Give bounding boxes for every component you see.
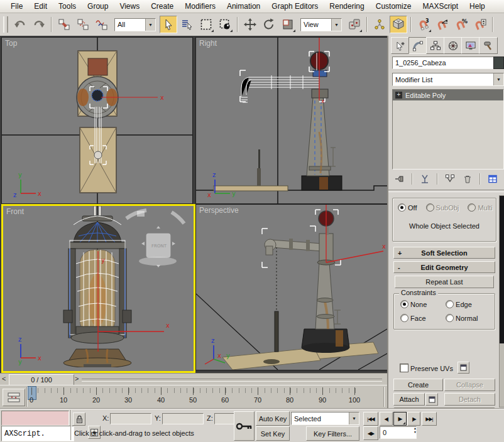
menu-modifiers[interactable]: Modifiers — [179, 1, 221, 12]
play-button[interactable]: ▶ — [393, 412, 407, 426]
previous-frame-button[interactable]: ◀| — [380, 412, 393, 426]
redo-icon[interactable] — [30, 16, 48, 33]
rollout-soft-selection[interactable]: + Soft Selection — [393, 247, 495, 259]
modifier-list-dropdown[interactable]: Modifier List ▼ — [392, 73, 504, 86]
viewport-perspective-label[interactable]: Perspective — [199, 206, 239, 215]
repeat-last-button[interactable]: Repeat Last — [395, 276, 494, 288]
spinner-snap-toggle-icon[interactable] — [471, 16, 489, 33]
configure-modifier-sets-icon[interactable] — [485, 172, 500, 186]
toolbar-grip[interactable] — [3, 16, 8, 33]
preview-subobj-radio[interactable]: SubObj — [426, 203, 459, 212]
time-slider-next-icon[interactable]: > — [75, 375, 79, 382]
tab-create[interactable] — [391, 37, 410, 54]
tab-utilities[interactable] — [479, 37, 498, 54]
preview-off-radio[interactable]: Off — [398, 203, 417, 212]
key-mode-toggle[interactable]: ◀▶ — [363, 426, 378, 440]
constraint-normal-radio[interactable]: Normal — [446, 314, 478, 322]
selection-set-arrow-icon[interactable]: ▼ — [349, 412, 359, 424]
reference-coordinate-arrow-icon[interactable]: ▼ — [331, 19, 341, 31]
select-and-move-icon[interactable] — [241, 16, 259, 33]
select-and-scale-icon[interactable] — [279, 16, 297, 33]
menu-create[interactable]: Create — [145, 1, 179, 12]
object-name-field[interactable]: 1_0256_Cabeza — [392, 57, 496, 69]
y-coord-field[interactable] — [162, 413, 204, 424]
viewport-top[interactable]: x y x z Top — [1, 37, 193, 204]
time-slider-handle[interactable]: 0 / 100 — [9, 374, 74, 385]
object-color-swatch[interactable] — [493, 57, 504, 69]
selection-filter-arrow-icon[interactable]: ▼ — [145, 19, 155, 31]
menu-group[interactable]: Group — [82, 1, 114, 12]
selection-lock-toggle[interactable] — [73, 412, 85, 426]
pin-stack-icon[interactable] — [392, 172, 407, 186]
viewport-right-label[interactable]: Right — [199, 39, 217, 48]
menu-tools[interactable]: Tools — [53, 1, 82, 12]
collapse-button[interactable]: Collapse — [444, 379, 495, 391]
maxscript-listener-pink-field[interactable] — [1, 411, 69, 426]
snaps-toggle-icon[interactable] — [390, 16, 407, 33]
tab-display[interactable] — [461, 37, 480, 54]
select-and-rotate-icon[interactable] — [260, 16, 278, 33]
bind-to-space-warp-icon[interactable] — [93, 16, 111, 33]
viewport-perspective[interactable]: x z x y Perspective — [195, 204, 388, 370]
preserve-uvs-settings-button[interactable] — [457, 362, 469, 374]
select-by-name-icon[interactable] — [178, 16, 196, 33]
constraint-edge-radio[interactable]: Edge — [446, 300, 472, 308]
time-slider-track[interactable] — [82, 379, 382, 382]
select-and-link-icon[interactable] — [55, 16, 73, 33]
spinner-down-icon[interactable]: ▼ — [412, 430, 419, 434]
menu-edit[interactable]: Edit — [28, 1, 53, 12]
snap-toggle-3d-icon[interactable]: 3 — [415, 16, 432, 33]
go-to-end-button[interactable]: ▶▶| — [422, 412, 437, 426]
key-filters-button[interactable]: Key Filters... — [306, 426, 359, 441]
attach-button[interactable]: Attach — [393, 393, 425, 406]
next-frame-button[interactable]: |▶ — [407, 412, 420, 426]
go-to-start-button[interactable]: |◀◀ — [363, 412, 378, 426]
remove-modifier-icon[interactable] — [460, 172, 475, 186]
create-button[interactable]: Create — [393, 379, 443, 391]
preview-multi-radio[interactable]: Multi — [468, 203, 492, 212]
menu-help[interactable]: Help — [464, 1, 491, 12]
modifier-list-arrow-icon[interactable]: ▼ — [493, 73, 503, 85]
tab-motion[interactable] — [444, 37, 463, 54]
menu-file[interactable]: File — [5, 1, 28, 12]
panel-scrollbar[interactable] — [499, 195, 504, 407]
viewport-right[interactable]: x z y x Right — [195, 37, 388, 204]
menu-customize[interactable]: Customize — [370, 1, 417, 12]
mini-curve-editor-button[interactable] — [3, 389, 25, 406]
selection-filter-dropdown[interactable]: All ▼ — [114, 18, 156, 31]
auto-key-button[interactable]: Auto Key — [256, 411, 290, 426]
tab-hierarchy[interactable] — [426, 37, 445, 54]
track-bar[interactable]: 0 10 20 30 40 50 60 70 80 90 100 — [0, 385, 387, 409]
rollout-edit-geometry[interactable]: - Edit Geometry — [393, 261, 495, 273]
stack-item-editable-poly[interactable]: + Editable Poly — [393, 90, 503, 100]
unlink-selection-icon[interactable] — [74, 16, 92, 33]
viewport-front[interactable]: y x FRONT z x — [1, 204, 195, 373]
menu-maxscript[interactable]: MAXScript — [417, 1, 464, 12]
selection-set-dropdown[interactable]: Selected ▼ — [291, 412, 359, 425]
show-end-result-icon[interactable] — [417, 172, 432, 186]
detach-button[interactable]: Detach — [444, 393, 495, 406]
attach-settings-button[interactable] — [425, 393, 438, 406]
constraint-face-radio[interactable]: Face — [400, 314, 426, 322]
panel-scrollbar-thumb[interactable] — [500, 196, 504, 343]
select-object-icon[interactable] — [160, 16, 177, 33]
make-unique-icon[interactable] — [442, 172, 457, 186]
constraint-none-radio[interactable]: None — [400, 300, 427, 308]
angle-snap-toggle-icon[interactable] — [434, 16, 451, 33]
set-key-button[interactable]: Set Key — [256, 426, 290, 441]
preserve-uvs-checkbox[interactable]: Preserve UVs — [400, 364, 453, 372]
viewport-top-label[interactable]: Top — [5, 39, 17, 48]
menu-graph-editors[interactable]: Graph Editors — [266, 1, 324, 12]
modifier-stack[interactable]: + Editable Poly — [392, 89, 504, 170]
maxscript-listener-white-field[interactable]: AXScript. — [1, 426, 74, 441]
reference-coordinate-dropdown[interactable]: View ▼ — [300, 18, 342, 31]
undo-icon[interactable] — [11, 16, 29, 33]
x-coord-field[interactable] — [110, 413, 151, 424]
time-slider-prev-icon[interactable]: < — [2, 375, 6, 382]
stack-expand-icon[interactable]: + — [395, 92, 402, 99]
menu-views[interactable]: Views — [114, 1, 145, 12]
percent-snap-toggle-icon[interactable]: % — [452, 16, 470, 33]
menu-animation[interactable]: Animation — [221, 1, 266, 12]
set-keys-button[interactable] — [234, 411, 255, 441]
rectangular-selection-region-icon[interactable] — [197, 16, 215, 33]
